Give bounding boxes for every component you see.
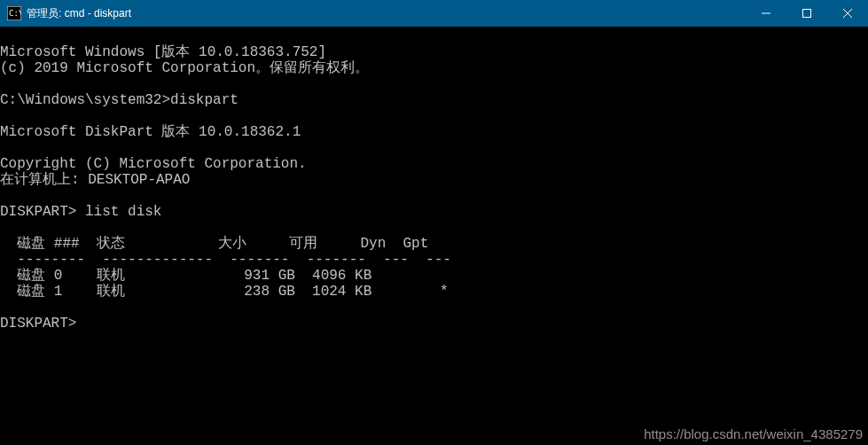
prompt-line: C:\Windows\system32>diskpart xyxy=(0,92,239,108)
table-row: 磁盘 0 联机 931 GB 4096 KB xyxy=(0,268,371,284)
close-icon xyxy=(843,9,852,18)
minimize-button[interactable] xyxy=(746,0,786,27)
minimize-icon xyxy=(762,9,770,18)
cmd-window: C:\ 管理员: cmd - diskpart xyxy=(0,0,868,445)
maximize-icon xyxy=(802,9,811,18)
window-controls xyxy=(746,0,868,27)
maximize-button[interactable] xyxy=(786,0,827,27)
output-line: Microsoft Windows [版本 10.0.18363.752] xyxy=(0,44,326,60)
diskpart-prompt: DISKPART> list disk xyxy=(0,204,161,220)
output-line: Microsoft DiskPart 版本 10.0.18362.1 xyxy=(0,124,301,140)
diskpart-prompt: DISKPART> xyxy=(0,316,76,332)
output-line: 在计算机上: DESKTOP-APAO xyxy=(0,172,190,188)
table-row: 磁盘 1 联机 238 GB 1024 KB * xyxy=(0,284,449,300)
svg-text:C:\: C:\ xyxy=(9,9,21,18)
table-divider: -------- ------------- ------- ------- -… xyxy=(0,252,451,268)
output-line: (c) 2019 Microsoft Corporation。保留所有权利。 xyxy=(0,60,369,76)
table-header: 磁盘 ### 状态 大小 可用 Dyn Gpt xyxy=(0,236,428,252)
cmd-icon: C:\ xyxy=(7,6,21,20)
close-button[interactable] xyxy=(827,0,868,27)
output-line: Copyright (C) Microsoft Corporation. xyxy=(0,156,307,172)
svg-rect-3 xyxy=(803,10,811,18)
titlebar[interactable]: C:\ 管理员: cmd - diskpart xyxy=(0,0,868,27)
window-title: 管理员: cmd - diskpart xyxy=(27,6,131,21)
terminal-output[interactable]: Microsoft Windows [版本 10.0.18363.752] (c… xyxy=(0,27,868,445)
